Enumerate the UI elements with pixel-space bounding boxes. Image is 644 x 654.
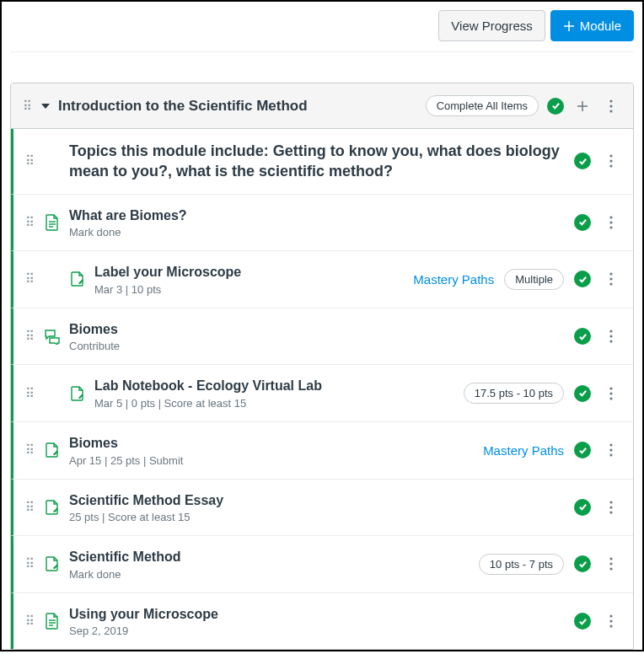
assignment-icon — [44, 442, 61, 458]
assignment-icon — [44, 499, 61, 516]
item-status-complete-icon — [574, 385, 591, 402]
svg-point-18 — [609, 283, 612, 286]
item-menu-button[interactable] — [601, 326, 621, 346]
item-title[interactable]: Topics this module include: Getting to k… — [69, 141, 566, 182]
svg-point-8 — [609, 160, 612, 163]
drag-handle-icon[interactable] — [25, 561, 35, 566]
drag-handle-icon[interactable] — [25, 220, 35, 225]
item-status-complete-icon — [574, 613, 591, 630]
item-extras: Mastery Paths — [483, 440, 621, 460]
item-title[interactable]: Lab Notebook - Ecology Virtual Lab — [94, 377, 455, 395]
item-status-complete-icon — [574, 442, 591, 458]
item-title[interactable]: Scientific Method — [69, 548, 470, 566]
discussion-icon — [44, 328, 61, 345]
item-extras: Mastery PathsMultiple — [413, 269, 621, 290]
drag-handle-icon[interactable] — [25, 619, 35, 624]
item-status-complete-icon — [574, 555, 591, 572]
module-item: What are Biomes?Mark done — [10, 194, 633, 251]
item-extras — [574, 151, 621, 171]
module-menu-button[interactable] — [601, 96, 621, 116]
kebab-icon — [609, 272, 613, 286]
drag-handle-icon[interactable] — [25, 334, 35, 339]
view-progress-button[interactable]: View Progress — [438, 10, 545, 41]
item-extras — [574, 497, 621, 517]
item-meta: Mar 3 | 10 pts — [94, 283, 405, 296]
add-item-button[interactable] — [572, 96, 593, 116]
points-badge: Multiple — [504, 269, 564, 290]
svg-point-7 — [609, 155, 612, 158]
kebab-icon — [609, 154, 613, 168]
module-item: Label your MicroscopeMar 3 | 10 ptsMaste… — [10, 250, 633, 308]
svg-point-23 — [609, 392, 612, 394]
item-content: Topics this module include: Getting to k… — [69, 141, 566, 182]
item-title[interactable]: What are Biomes? — [69, 206, 566, 225]
drag-handle-icon[interactable] — [25, 276, 35, 281]
item-meta: Sep 2, 2019 — [69, 625, 566, 637]
item-menu-button[interactable] — [601, 151, 621, 171]
svg-point-16 — [609, 273, 612, 276]
drag-handle-icon[interactable] — [25, 505, 35, 510]
add-module-label: Module — [580, 19, 621, 33]
module-item: BiomesApr 15 | 25 pts | SubmitMastery Pa… — [10, 421, 633, 479]
drag-handle-icon[interactable] — [25, 158, 35, 164]
item-title[interactable]: Label your Microscope — [94, 263, 405, 281]
svg-point-4 — [609, 99, 612, 102]
page-icon — [44, 613, 61, 630]
svg-point-30 — [609, 511, 612, 513]
item-menu-button[interactable] — [601, 383, 621, 404]
item-menu-button[interactable] — [601, 212, 621, 233]
item-extras — [574, 326, 621, 346]
drag-handle-icon[interactable] — [25, 448, 35, 453]
item-menu-button[interactable] — [601, 611, 621, 631]
item-content: Scientific MethodMark done — [69, 548, 470, 581]
svg-point-33 — [609, 568, 612, 571]
item-title[interactable]: Scientific Method Essay — [69, 491, 566, 510]
assignment-icon — [69, 271, 86, 287]
svg-point-39 — [609, 625, 612, 627]
item-menu-button[interactable] — [601, 497, 621, 517]
svg-point-17 — [609, 278, 612, 281]
item-meta: Mark done — [69, 226, 566, 239]
points-badge: 17.5 pts - 10 pts — [464, 383, 564, 404]
page-icon — [44, 214, 61, 231]
module-status-complete-icon — [547, 98, 564, 115]
item-status-complete-icon — [574, 214, 591, 231]
completion-requirement-pill: Complete All Items — [426, 95, 539, 116]
collapse-caret-icon[interactable] — [41, 104, 50, 109]
item-meta: Contribute — [69, 340, 566, 352]
plus-icon — [563, 20, 575, 32]
svg-point-32 — [609, 563, 612, 566]
item-status-complete-icon — [574, 499, 591, 516]
module-item: Using your MicroscopeSep 2, 2019 — [10, 592, 633, 650]
mastery-paths-link[interactable]: Mastery Paths — [483, 443, 564, 458]
item-extras — [574, 611, 621, 631]
item-menu-button[interactable] — [601, 554, 621, 574]
item-content: Lab Notebook - Ecology Virtual LabMar 5 … — [94, 377, 455, 410]
module: Introduction to the Scientific Method Co… — [10, 83, 634, 650]
drag-handle-icon[interactable] — [25, 391, 35, 396]
module-item: Scientific MethodMark done10 pts - 7 pts — [10, 535, 633, 592]
item-content: Using your MicroscopeSep 2, 2019 — [69, 605, 566, 638]
item-menu-button[interactable] — [601, 269, 621, 289]
item-title[interactable]: Using your Microscope — [69, 605, 566, 624]
svg-point-13 — [609, 216, 612, 218]
items-list: Topics this module include: Getting to k… — [11, 129, 633, 649]
item-title[interactable]: Biomes — [69, 434, 475, 453]
kebab-icon — [609, 330, 613, 343]
svg-point-6 — [609, 110, 612, 112]
svg-point-37 — [609, 614, 612, 617]
item-status-complete-icon — [574, 328, 591, 345]
kebab-icon — [609, 387, 613, 400]
kebab-icon — [609, 557, 613, 571]
item-meta: Mark done — [69, 568, 470, 581]
kebab-icon — [609, 501, 613, 514]
item-menu-button[interactable] — [601, 440, 621, 460]
item-title[interactable]: Biomes — [69, 320, 566, 339]
svg-point-19 — [609, 330, 612, 332]
item-content: Label your MicroscopeMar 3 | 10 pts — [94, 263, 405, 296]
drag-handle-icon[interactable] — [23, 104, 33, 109]
add-module-button[interactable]: Module — [550, 10, 634, 41]
item-content: BiomesContribute — [69, 320, 566, 353]
item-extras — [574, 212, 621, 233]
mastery-paths-link[interactable]: Mastery Paths — [413, 272, 494, 287]
